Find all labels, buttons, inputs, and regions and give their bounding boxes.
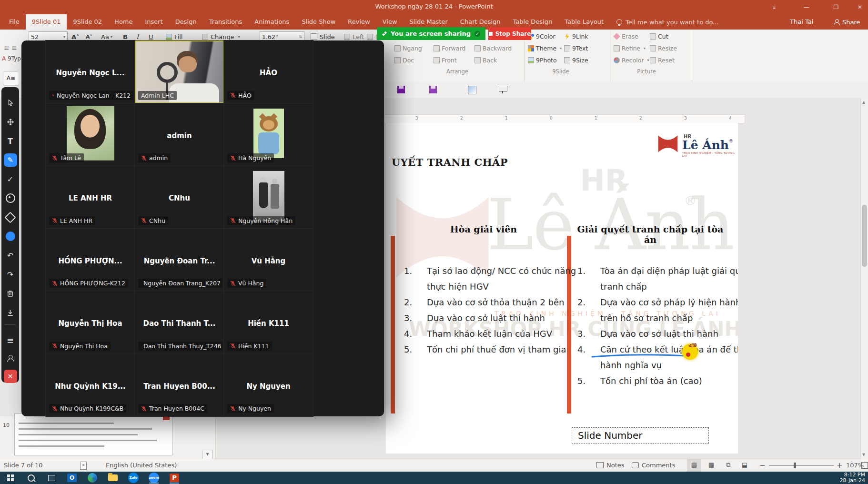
recolor-button[interactable]: Recolor▾ (614, 57, 650, 64)
width-spinner-icon[interactable]: ⇅ (299, 35, 302, 39)
slide-sorter-button[interactable]: ▦ (704, 459, 718, 472)
list-item[interactable]: 1.Tòa án đại diện pháp luật giải quyếttr… (577, 263, 738, 294)
participant-cell-nguy-n-th-hoa[interactable]: Nguyễn Thị HoaNguyễn Thị Hoa (46, 291, 135, 354)
stop-share-button[interactable]: Stop Share (488, 27, 531, 40)
language-indicator[interactable]: English (United States) (106, 462, 177, 469)
vertical-scrollbar[interactable]: ▲ ▼ (860, 98, 868, 459)
zoom-in-button[interactable]: + (837, 461, 843, 470)
reset-button[interactable]: Reset (650, 57, 679, 64)
list-item[interactable]: 2.Dựa vào cơ sở thỏa thuận 2 bên (404, 294, 576, 310)
participant-cell-cnhu[interactable]: CNhuCNhu (135, 166, 224, 229)
list-item[interactable]: 3.Dựa vào cơ sở luật thi hành (577, 326, 738, 342)
save-as-icon[interactable] (429, 86, 437, 93)
tab-animations[interactable]: Animations (248, 14, 295, 30)
mediator-list[interactable]: 1.Tại sở lao động/ NCC có chức năngthực … (404, 263, 576, 357)
erase-button[interactable]: Erase (614, 33, 650, 40)
column-header-court[interactable]: Giải quyết tranh chấp tại tòa án (576, 224, 724, 245)
list-item[interactable]: 5.Tốn chi phí thuế đơn vị tham gia (404, 342, 576, 357)
participant-cell-nguy-n-ng-c-lan-k212[interactable]: Nguyễn Ngọc L...Nguyễn Ngọc Lan - K212 (46, 40, 135, 103)
select-tool[interactable] (1, 94, 19, 112)
close-button[interactable]: ✕ (1, 367, 19, 385)
slide-title[interactable]: UYẾT TRANH CHẤP (392, 156, 508, 168)
participant-cell-ny-nguyen[interactable]: Ny NguyenNy Nguyen (224, 354, 313, 417)
participant-cell-nguy-n-h-ng-h-n[interactable]: Nguyễn Hồng Hân (224, 166, 313, 229)
reading-view-button[interactable]: ⧉ (721, 459, 736, 472)
annotation-panel-icon[interactable]: A≡ (3, 71, 19, 86)
list-icon[interactable]: ≡ ≡ (4, 44, 17, 51)
spotlight-tool[interactable] (1, 189, 19, 207)
participant-cell-v-h-ng[interactable]: Vũ HằngVũ Hằng (224, 229, 313, 292)
text-tool[interactable]: T (1, 132, 19, 150)
dropdown-caret-icon[interactable]: ▾ (647, 58, 649, 62)
participant-cell-tran-huyen-b004c[interactable]: Tran Huyen B00...Tran Huyen B004C (135, 354, 224, 417)
comments-button[interactable]: Comments (632, 462, 675, 469)
redo-tool[interactable]: ↷ (1, 265, 19, 283)
menu-button[interactable]: ≡ (1, 331, 19, 349)
zalo-taskbar-button[interactable]: Zalo (128, 472, 139, 484)
back-button[interactable]: Back (474, 57, 520, 64)
scroll-up-icon[interactable]: ▲ (862, 100, 865, 104)
tab-review[interactable]: Review (342, 14, 376, 30)
save-icon[interactable] (397, 86, 405, 93)
zoom-slider-thumb[interactable] (794, 463, 796, 468)
tab-9slide-01[interactable]: 9Slide 01 (26, 14, 67, 30)
participant-cell-admin-lhc[interactable]: Admin LHC (135, 40, 224, 103)
ngang-button[interactable]: Ngang (394, 45, 434, 52)
notes-button[interactable]: Notes (596, 462, 625, 469)
slide-page[interactable]: HR Lê Ánh ® TRAO KINH NGHIỆM - TẶNG TƯƠN… (386, 123, 738, 454)
slide-thumbnail-pane[interactable]: 10 ▼ (0, 416, 216, 459)
list-item[interactable]: 5.Tốn chi phí tòa án (cao) (577, 373, 738, 389)
list-item[interactable]: 3.Dựa vào cơ sở luật thi hành (404, 310, 576, 326)
participant-cell-nh-qu-nh-k199c-b[interactable]: Như Quỳnh K19...Như Quỳnh K199C&B (46, 354, 135, 417)
tab-home[interactable]: Home (108, 14, 139, 30)
scroll-down-icon[interactable]: ▼ (862, 453, 865, 457)
refine-button[interactable]: Refine▾ (614, 45, 650, 52)
front-button[interactable]: Front (434, 57, 474, 64)
9type-fragment[interactable]: A 9Typ (2, 55, 21, 62)
participant-cell-dao-thi-thanh-thuy-t246[interactable]: Dao Thi Thanh T...Dao Thi Thanh Thuy_T24… (135, 291, 224, 354)
participants-button[interactable] (1, 349, 19, 367)
forward-button[interactable]: Forward (434, 45, 474, 52)
outlook-taskbar-button[interactable]: O (66, 472, 78, 484)
restore-icon[interactable]: ❐ (829, 2, 843, 12)
slide-number-placeholder[interactable]: Slide Number (572, 427, 709, 444)
download-tool[interactable] (1, 303, 19, 322)
normal-view-button[interactable]: ▤ (687, 459, 701, 472)
9text-button[interactable]: 9Text (564, 45, 594, 52)
start-taskbar-button[interactable] (5, 472, 16, 484)
ribbon-display-options-icon[interactable]: ⌅ (767, 2, 781, 12)
zoom-taskbar-button[interactable]: zoom (148, 472, 160, 484)
zoom-out-button[interactable]: − (759, 461, 766, 470)
tab-file[interactable]: File (3, 14, 26, 30)
horizontal-ruler[interactable]: 32101234 (384, 114, 745, 123)
slide-thumbnail[interactable] (14, 413, 172, 455)
9color-button[interactable]: 9Color (528, 33, 564, 40)
participant-cell-nguy-n-oan-trang-k207[interactable]: Nguyễn Đoan Tr...Nguyễn Đoan Trang_K207 (135, 229, 224, 292)
pen-tool-active[interactable]: ✎ (1, 151, 19, 169)
close-icon[interactable]: ✕ (853, 2, 867, 12)
backward-button[interactable]: Backward (474, 45, 520, 52)
eraser-tool[interactable] (1, 208, 19, 226)
cut-button[interactable]: Cut (650, 33, 679, 40)
trash-tool[interactable] (1, 284, 19, 302)
share-button[interactable]: Share (830, 14, 864, 30)
list-item[interactable]: 4.Tham khảo kết luận của HGV (404, 326, 576, 342)
scrollbar-thumb[interactable] (862, 205, 867, 267)
tab-insert[interactable]: Insert (139, 14, 169, 30)
dropdown-caret-icon[interactable]: ▾ (644, 46, 646, 50)
court-list[interactable]: 1.Tòa án đại diện pháp luật giải quyếttr… (577, 263, 738, 389)
gradient-icon[interactable] (468, 86, 476, 94)
list-item[interactable]: 2.Dựa vào cơ sở pháp lý hiện hànhtrên hồ… (577, 294, 738, 326)
9link-button[interactable]: 9Link (564, 33, 594, 40)
check-tool[interactable]: ✓ (1, 170, 19, 188)
explorer-taskbar-button[interactable] (107, 472, 119, 484)
participant-cell-le-anh-hr[interactable]: LE ANH HRLE ANH HR (46, 166, 135, 229)
account-name[interactable]: Thai Tai (790, 14, 813, 30)
color-tool[interactable] (1, 227, 19, 245)
edge-taskbar-button[interactable] (87, 472, 98, 484)
minimize-icon[interactable]: — (799, 2, 814, 12)
taskbar-clock[interactable]: 8:12 PM 28-Jan-24 (839, 472, 865, 484)
zoom-slider[interactable] (769, 465, 834, 466)
undo-tool[interactable]: ↶ (1, 246, 19, 264)
dropdown-caret-icon[interactable]: ▾ (560, 46, 562, 50)
